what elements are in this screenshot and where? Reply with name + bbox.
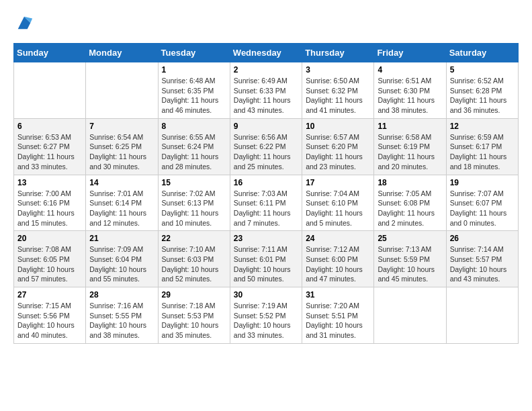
sunrise-text: Sunrise: 6:53 AM [17,132,82,142]
sunset-text: Sunset: 5:57 PM [450,255,515,265]
sunrise-text: Sunrise: 7:20 AM [306,301,370,311]
daylight-text: Daylight: 10 hours and 50 minutes. [234,265,298,284]
sunrise-text: Sunrise: 6:50 AM [306,76,370,86]
day-number: 15 [162,178,226,187]
day-number: 24 [306,234,370,243]
day-number: 5 [450,65,515,75]
sunrise-text: Sunrise: 6:57 AM [306,132,370,142]
day-number: 29 [162,290,226,300]
day-number: 13 [17,178,82,187]
calendar-cell: 20Sunrise: 7:08 AMSunset: 6:05 PMDayligh… [14,231,86,287]
calendar-cell: 15Sunrise: 7:02 AMSunset: 6:13 PMDayligh… [158,175,230,231]
day-number: 6 [17,122,82,131]
day-info: Sunrise: 7:18 AMSunset: 5:53 PMDaylight:… [162,301,226,340]
sunrise-text: Sunrise: 7:07 AM [450,189,515,199]
page-header [13,13,519,32]
sunrise-text: Sunrise: 6:52 AM [450,76,515,86]
calendar-week-2: 6Sunrise: 6:53 AMSunset: 6:27 PMDaylight… [14,118,519,175]
sunrise-text: Sunrise: 7:02 AM [162,189,226,199]
day-info: Sunrise: 7:16 AMSunset: 5:55 PMDaylight:… [89,301,154,340]
calendar-week-1: 1Sunrise: 6:48 AMSunset: 6:35 PMDaylight… [14,62,519,119]
calendar-cell: 2Sunrise: 6:49 AMSunset: 6:33 PMDaylight… [230,62,302,119]
daylight-text: Daylight: 10 hours and 57 minutes. [17,265,82,284]
sunset-text: Sunset: 5:51 PM [306,311,370,321]
sunset-text: Sunset: 6:17 PM [450,142,515,152]
sunrise-text: Sunrise: 7:09 AM [89,244,154,255]
daylight-text: Daylight: 11 hours and 5 minutes. [306,208,370,228]
day-number: 10 [306,122,370,131]
day-number: 31 [306,290,370,300]
daylight-text: Daylight: 10 hours and 40 minutes. [17,320,82,340]
sunset-text: Sunset: 6:00 PM [306,255,370,265]
day-info: Sunrise: 7:11 AMSunset: 6:01 PMDaylight:… [234,244,298,284]
sunset-text: Sunset: 6:05 PM [17,255,82,265]
header-thursday: Thursday [302,44,374,62]
day-info: Sunrise: 6:52 AMSunset: 6:28 PMDaylight:… [450,76,515,116]
sunset-text: Sunset: 6:20 PM [306,142,370,152]
daylight-text: Daylight: 11 hours and 15 minutes. [17,208,82,228]
calendar-cell: 23Sunrise: 7:11 AMSunset: 6:01 PMDayligh… [230,231,302,287]
day-number: 11 [378,122,442,131]
sunset-text: Sunset: 6:14 PM [89,198,154,208]
daylight-text: Daylight: 10 hours and 52 minutes. [162,265,226,284]
day-number: 26 [450,234,515,243]
day-info: Sunrise: 7:02 AMSunset: 6:13 PMDaylight:… [162,189,226,228]
daylight-text: Daylight: 11 hours and 25 minutes. [234,152,298,171]
sunset-text: Sunset: 6:04 PM [89,255,154,265]
day-number: 20 [17,234,82,243]
sunrise-text: Sunrise: 7:13 AM [378,244,442,255]
day-info: Sunrise: 7:00 AMSunset: 6:16 PMDaylight:… [17,189,82,228]
sunrise-text: Sunrise: 7:10 AM [162,244,226,255]
calendar-week-4: 20Sunrise: 7:08 AMSunset: 6:05 PMDayligh… [14,231,519,287]
day-number: 28 [89,290,154,300]
sunset-text: Sunset: 6:19 PM [378,142,442,152]
logo [13,13,34,32]
calendar-cell: 10Sunrise: 6:57 AMSunset: 6:20 PMDayligh… [302,118,374,175]
day-info: Sunrise: 6:53 AMSunset: 6:27 PMDaylight:… [17,132,82,172]
sunrise-text: Sunrise: 7:00 AM [17,189,82,199]
sunrise-text: Sunrise: 7:08 AM [17,244,82,255]
day-info: Sunrise: 6:55 AMSunset: 6:24 PMDaylight:… [162,132,226,172]
day-number: 23 [234,234,298,243]
daylight-text: Daylight: 11 hours and 20 minutes. [378,152,442,171]
calendar-cell: 31Sunrise: 7:20 AMSunset: 5:51 PMDayligh… [302,287,374,344]
calendar-cell: 5Sunrise: 6:52 AMSunset: 6:28 PMDaylight… [446,62,518,119]
calendar-cell: 29Sunrise: 7:18 AMSunset: 5:53 PMDayligh… [158,287,230,344]
day-info: Sunrise: 6:49 AMSunset: 6:33 PMDaylight:… [234,76,298,116]
calendar-cell: 30Sunrise: 7:19 AMSunset: 5:52 PMDayligh… [230,287,302,344]
daylight-text: Daylight: 11 hours and 33 minutes. [17,152,82,171]
sunset-text: Sunset: 6:22 PM [234,142,298,152]
sunset-text: Sunset: 6:03 PM [162,255,226,265]
day-info: Sunrise: 7:03 AMSunset: 6:11 PMDaylight:… [234,189,298,228]
day-number: 7 [89,122,154,131]
sunset-text: Sunset: 6:13 PM [162,198,226,208]
header-sunday: Sunday [14,44,86,62]
day-info: Sunrise: 7:09 AMSunset: 6:04 PMDaylight:… [89,244,154,284]
calendar-cell: 7Sunrise: 6:54 AMSunset: 6:25 PMDaylight… [86,118,158,175]
day-number: 4 [378,65,442,75]
calendar-cell: 9Sunrise: 6:56 AMSunset: 6:22 PMDaylight… [230,118,302,175]
daylight-text: Daylight: 10 hours and 43 minutes. [450,265,515,284]
day-info: Sunrise: 6:59 AMSunset: 6:17 PMDaylight:… [450,132,515,172]
sunrise-text: Sunrise: 6:56 AM [234,132,298,142]
sunrise-text: Sunrise: 7:16 AM [89,301,154,311]
calendar-cell [86,62,158,119]
calendar-cell: 1Sunrise: 6:48 AMSunset: 6:35 PMDaylight… [158,62,230,119]
day-info: Sunrise: 6:56 AMSunset: 6:22 PMDaylight:… [234,132,298,172]
daylight-text: Daylight: 11 hours and 23 minutes. [306,152,370,171]
daylight-text: Daylight: 11 hours and 12 minutes. [89,208,154,228]
daylight-text: Daylight: 11 hours and 7 minutes. [234,208,298,228]
sunset-text: Sunset: 6:28 PM [450,86,515,96]
calendar-cell: 24Sunrise: 7:12 AMSunset: 6:00 PMDayligh… [302,231,374,287]
daylight-text: Daylight: 11 hours and 2 minutes. [378,208,442,228]
daylight-text: Daylight: 11 hours and 36 minutes. [450,95,515,115]
sunrise-text: Sunrise: 7:03 AM [234,189,298,199]
day-info: Sunrise: 6:51 AMSunset: 6:30 PMDaylight:… [378,76,442,116]
daylight-text: Daylight: 10 hours and 38 minutes. [89,320,154,340]
day-info: Sunrise: 7:10 AMSunset: 6:03 PMDaylight:… [162,244,226,284]
calendar-cell: 28Sunrise: 7:16 AMSunset: 5:55 PMDayligh… [86,287,158,344]
sunset-text: Sunset: 6:32 PM [306,86,370,96]
day-info: Sunrise: 7:14 AMSunset: 5:57 PMDaylight:… [450,244,515,284]
calendar-table: SundayMondayTuesdayWednesdayThursdayFrid… [13,43,519,344]
sunrise-text: Sunrise: 7:12 AM [306,244,370,255]
